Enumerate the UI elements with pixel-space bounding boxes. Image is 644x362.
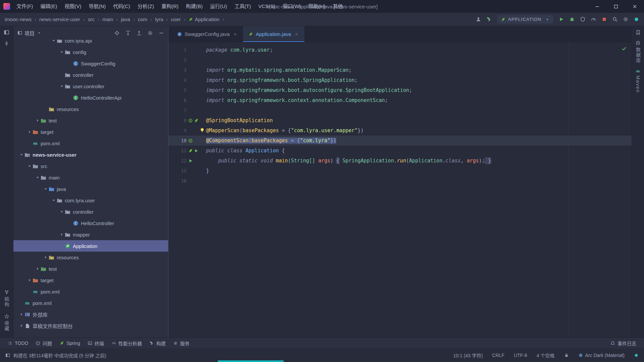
tree-item[interactable]: test — [13, 115, 168, 126]
toolwindow-button[interactable]: 问题 — [32, 338, 56, 348]
code-line[interactable]: 11public class Application { — [168, 146, 632, 156]
tree-chevron[interactable] — [26, 130, 33, 134]
menu-item[interactable]: 导航(N) — [85, 0, 109, 13]
menu-item[interactable]: 文件(F) — [13, 0, 37, 13]
tree-item[interactable]: CHelloController — [13, 217, 168, 229]
maximize-button[interactable] — [606, 0, 625, 13]
toolwindow-button[interactable]: 服务 — [169, 338, 193, 348]
chevron-down-icon[interactable] — [37, 31, 42, 35]
tree-item[interactable]: target — [13, 126, 168, 138]
tree-item[interactable]: 草稿文件和控制台 — [13, 320, 168, 331]
menu-item[interactable]: 重构(R) — [158, 0, 182, 13]
code-line[interactable]: 1package com.lyra.user; — [168, 45, 632, 55]
tree-item[interactable]: CSwaggerConfig — [13, 58, 168, 69]
collapse-all-button[interactable] — [136, 30, 142, 36]
tree-item[interactable]: target — [13, 274, 168, 286]
structure-toolwindow-button[interactable]: 结构 — [3, 290, 10, 307]
spring-leaf-icon[interactable] — [194, 118, 199, 123]
tree-chevron[interactable] — [34, 175, 41, 180]
breadcrumb-item[interactable]: user — [171, 16, 181, 22]
toolwindow-button[interactable]: TODO — [4, 338, 32, 348]
spring-bean-icon[interactable] — [188, 118, 193, 123]
commit-toolwindow-icon[interactable] — [4, 41, 9, 46]
tree-chevron[interactable] — [34, 118, 41, 123]
tree-chevron[interactable] — [26, 164, 33, 168]
tree-item[interactable]: main — [13, 172, 168, 183]
toolwindow-button[interactable]: Spring — [56, 338, 84, 348]
bookmark-icon[interactable] — [635, 30, 641, 35]
tree-item[interactable]: mpom.xml — [13, 138, 168, 149]
editor-tab[interactable]: Application.java — [243, 26, 304, 42]
profile-icon[interactable] — [476, 16, 481, 22]
run-with-coverage-button[interactable] — [580, 16, 586, 22]
breadcrumb-item[interactable]: Application — [188, 16, 219, 22]
menu-item[interactable]: 代码(C) — [109, 0, 134, 13]
tree-item[interactable]: com.lyra.user — [13, 195, 168, 206]
tree-item[interactable]: IHelloControllerApi — [13, 92, 168, 103]
breadcrumb-item[interactable]: com — [138, 16, 147, 22]
theme-widget[interactable]: Arc Dark (Material) — [578, 353, 625, 358]
run-icon[interactable] — [194, 148, 199, 153]
code-editor[interactable]: 1package com.lyra.user;23import org.myba… — [168, 42, 632, 338]
tree-item[interactable]: test — [13, 263, 168, 274]
settings-button[interactable] — [623, 16, 629, 22]
code-line[interactable]: 3import org.mybatis.spring.annotation.Ma… — [168, 65, 632, 75]
tree-chevron[interactable] — [58, 84, 65, 89]
tree-item[interactable]: Application — [13, 240, 168, 252]
breadcrumb-item[interactable]: lyra — [155, 16, 163, 22]
menu-item[interactable]: 运行(U) — [206, 0, 231, 13]
tree-chevron[interactable] — [50, 198, 57, 203]
database-toolwindow-button[interactable]: 数据库 — [635, 41, 641, 63]
tree-item[interactable]: config — [13, 46, 168, 58]
tree-item[interactable]: controller — [13, 69, 168, 81]
code-line[interactable]: 5import org.springframework.boot.autocon… — [168, 85, 632, 95]
menu-item[interactable]: 构建(B) — [182, 0, 206, 13]
code-line[interactable]: 7 — [168, 105, 632, 115]
run-icon[interactable] — [188, 158, 193, 163]
debug-button[interactable] — [569, 16, 575, 22]
line-ending-widget[interactable]: CRLF — [492, 353, 505, 358]
code-line[interactable]: 2 — [168, 55, 632, 65]
project-toolwindow-icon[interactable] — [4, 30, 9, 35]
breadcrumb-item[interactable]: imooc-news — [5, 16, 32, 22]
code-line[interactable]: 4import org.springframework.boot.SpringA… — [168, 75, 632, 85]
select-opened-file-button[interactable] — [114, 30, 120, 36]
tree-item[interactable]: 外部库 — [13, 309, 168, 320]
tree-item[interactable]: news-service-user — [13, 149, 168, 160]
tree-item[interactable]: resources — [13, 252, 168, 263]
tree-item[interactable]: com.lyra.api — [13, 40, 168, 46]
event-indicator-icon[interactable] — [634, 353, 639, 358]
notification-indicator-icon[interactable] — [634, 16, 639, 22]
tree-chevron[interactable] — [50, 40, 57, 43]
project-panel-title[interactable]: 项目 — [24, 30, 35, 37]
toolwindow-button[interactable]: 性能分析器 — [108, 338, 146, 348]
build-project-button[interactable] — [486, 16, 492, 22]
tree-chevron[interactable] — [18, 323, 24, 328]
tree-chevron[interactable] — [58, 209, 65, 214]
tree-item[interactable]: mpom.xml — [13, 297, 168, 309]
menu-item[interactable]: 分析(Z) — [134, 0, 158, 13]
code-line[interactable]: 15} — [168, 166, 632, 176]
menu-item[interactable]: 编辑(E) — [37, 0, 61, 13]
tree-chevron[interactable] — [58, 232, 65, 237]
caret-position-widget[interactable]: 10:1 (43 字符) — [453, 352, 483, 359]
run-button[interactable] — [558, 16, 564, 22]
toolwindow-button[interactable]: 终端 — [84, 338, 108, 348]
tree-item[interactable]: controller — [13, 206, 168, 217]
lock-icon[interactable] — [564, 353, 569, 358]
breadcrumb-item[interactable]: main — [102, 16, 113, 22]
hide-panel-button[interactable] — [158, 30, 164, 36]
tree-chevron[interactable] — [26, 278, 33, 282]
breadcrumb-item[interactable]: java — [121, 16, 130, 22]
intention-bulb-icon[interactable] — [199, 127, 205, 133]
tree-chevron[interactable] — [34, 266, 41, 271]
tab-close-icon[interactable] — [233, 32, 238, 37]
run-configuration-select[interactable]: APPLICATION — [497, 15, 553, 23]
code-line[interactable]: 9@MapperScan(basePackages = {"com.lyra.u… — [168, 125, 632, 136]
spring-bean-icon[interactable] — [188, 138, 193, 143]
code-line[interactable]: 16 — [168, 176, 632, 186]
menu-item[interactable]: 工具(T) — [231, 0, 255, 13]
tree-chevron[interactable] — [18, 152, 24, 157]
tree-chevron[interactable] — [42, 187, 49, 191]
expand-all-button[interactable] — [125, 30, 131, 36]
